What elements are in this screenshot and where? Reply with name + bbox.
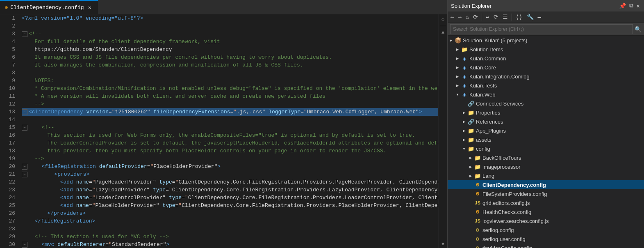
tree-item-serilog-user-config[interactable]: ⚙serilog.user.config <box>448 234 644 243</box>
tree-item-kulan-web[interactable]: ▼◈Kulan.Web <box>448 90 644 99</box>
js-icon: JS <box>474 199 481 207</box>
tree-item-kulan-core[interactable]: ▶◈Kulan.Core <box>448 63 644 72</box>
collapse-icon[interactable]: − <box>22 125 27 131</box>
expand-arrow[interactable]: ▶ <box>461 118 467 125</box>
tree-item-solution-items[interactable]: ▶📁Solution Items <box>448 45 644 54</box>
tree-item-health-checks-config[interactable]: ⚙HealthChecks.config <box>448 207 644 216</box>
tree-item-filesystem-providers-config[interactable]: ⚙FileSystemProviders.config <box>448 189 644 198</box>
tree-item-assets[interactable]: ▶📁assets <box>448 135 644 144</box>
collapse-all-button[interactable]: ⟳ <box>492 13 500 21</box>
expand-arrow[interactable] <box>467 236 474 242</box>
collapse-icon[interactable]: − <box>22 242 27 248</box>
collapse-icon[interactable]: − <box>22 109 27 115</box>
line-number: 30 <box>2 241 15 248</box>
expand-arrow[interactable]: ▶ <box>454 82 461 89</box>
tree-item-label: ClientDependency.config <box>482 182 546 188</box>
line-number: 24 <box>2 194 15 202</box>
line-number: 3 <box>2 30 15 38</box>
refresh-button[interactable]: ↩ <box>485 13 490 21</box>
expand-arrow[interactable]: ▶ <box>461 127 467 134</box>
split-down-btn[interactable]: ⊕ <box>439 16 447 23</box>
tree-item-kulan-common[interactable]: ▶◈Kulan.Common <box>448 54 644 63</box>
tree-item-tinymce-config[interactable]: ⚙tinyMceConfig.config <box>448 243 644 248</box>
connected-icon: 🔗 <box>467 100 475 107</box>
expand-arrow[interactable]: ▶ <box>467 163 474 170</box>
filter-button[interactable]: ⟨⟩ <box>514 13 524 21</box>
line-number: 22 <box>2 178 15 186</box>
expand-arrow[interactable] <box>467 200 474 206</box>
folder-icon: 📁 <box>474 163 481 170</box>
expand-arrow[interactable]: ▶ <box>454 46 461 53</box>
home-button[interactable]: ⌂ <box>464 13 470 21</box>
config-icon: ⚙ <box>474 235 481 243</box>
collapse-icon[interactable]: − <box>22 164 27 170</box>
tree-item-client-dependency-config[interactable]: ⚙ClientDependency.config <box>448 180 644 189</box>
collapse-icon[interactable]: − <box>22 31 27 37</box>
search-input[interactable] <box>450 24 633 34</box>
tree-item-label: Solution 'Kulan' (5 projects) <box>463 37 527 44</box>
line-number: 15 <box>2 124 15 131</box>
tree-item-references[interactable]: ▶🔗References <box>448 117 644 126</box>
project-icon: ◈ <box>461 73 468 80</box>
show-all-button[interactable]: ☰ <box>501 13 509 21</box>
tree-item-solution[interactable]: ▶📦Solution 'Kulan' (5 projects) <box>448 36 644 45</box>
expand-arrow[interactable] <box>461 100 467 107</box>
expand-arrow[interactable]: ▶ <box>454 73 461 80</box>
xml-icon: ⚙ <box>474 190 481 197</box>
tree-item-serilog-config[interactable]: ⚙serilog.config <box>448 225 644 234</box>
expand-arrow[interactable] <box>467 209 474 215</box>
expand-arrow[interactable]: ▶ <box>448 37 454 44</box>
expand-arrow[interactable]: ▶ <box>454 55 461 62</box>
pin-button[interactable]: 📌 <box>618 2 627 10</box>
se-toolbar: ← → ⌂ ⟳ ↩ ⟳ ☰ ⟨⟩ 🔧 — <box>448 11 644 23</box>
expand-arrow[interactable]: ▶ <box>454 64 461 71</box>
expand-arrow[interactable]: ▶ <box>461 109 467 116</box>
tree-item-label: Properties <box>476 110 500 116</box>
expand-arrow[interactable]: ▶ <box>461 136 467 143</box>
code-line: It also manages the combination, compres… <box>22 61 438 69</box>
expand-arrow[interactable] <box>467 245 474 248</box>
sync-button[interactable]: ⟳ <box>472 13 479 21</box>
minimize-button[interactable]: — <box>537 13 542 21</box>
settings-button[interactable]: 🔧 <box>526 13 535 21</box>
collapse-icon[interactable]: − <box>22 172 27 177</box>
scroll-up-btn[interactable]: ▲ <box>439 29 447 36</box>
tab-close-button[interactable]: ✕ <box>86 4 93 11</box>
tree-item-label: References <box>476 119 503 125</box>
expand-arrow[interactable]: ▶ <box>467 154 474 161</box>
tree-item-backoffice-tours[interactable]: ▶📁BackOfficeTours <box>448 153 644 162</box>
tree-item-kulan-integration[interactable]: ▶◈Kulan.Integration.Comlog <box>448 72 644 81</box>
code-line: −<!-- <box>22 30 438 38</box>
expand-arrow[interactable] <box>467 181 474 188</box>
tree-item-label: Connected Services <box>476 101 523 107</box>
code-content[interactable]: <?xml version="1.0" encoding="utf-8"?> −… <box>18 14 438 248</box>
tree-item-lang[interactable]: ▶📁Lang <box>448 171 644 180</box>
tree-item-logviewer-searches-config-js[interactable]: JSlogviewer.searches.config.js <box>448 216 644 225</box>
tree-item-connected-services[interactable]: 🔗Connected Services <box>448 99 644 108</box>
tree-item-label: Kulan.Integration.Comlog <box>469 73 530 80</box>
scroll-down-btn[interactable]: ▼ <box>439 241 447 248</box>
expand-arrow[interactable]: ▼ <box>454 91 461 98</box>
tree-item-grid-editors-config-js[interactable]: JSgrid.editors.config.js <box>448 198 644 207</box>
tree-item-app-plugins[interactable]: ▶📁App_Plugins <box>448 126 644 135</box>
tree-item-properties[interactable]: ▶📁Properties <box>448 108 644 117</box>
expand-arrow[interactable] <box>467 191 474 197</box>
folder-icon: 📁 <box>461 46 468 53</box>
close-panel-button[interactable]: ✕ <box>636 2 641 10</box>
tree-item-config[interactable]: ▼📁config <box>448 144 644 153</box>
tree-item-kulan-tests[interactable]: ▶◈Kulan.Tests <box>448 81 644 90</box>
forward-button[interactable]: → <box>457 13 462 21</box>
expand-arrow[interactable] <box>467 227 474 233</box>
expand-arrow[interactable]: ▼ <box>461 145 467 152</box>
tree-item-imageprocessor[interactable]: ▶📁imageprocessor <box>448 162 644 171</box>
code-line: </fileRegistration> <box>22 217 438 225</box>
maximize-button[interactable]: ⧉ <box>628 2 634 10</box>
back-button[interactable]: ← <box>449 13 455 21</box>
line-number: 7 <box>2 61 15 69</box>
tree-item-label: FileSystemProviders.config <box>482 191 547 197</box>
active-tab[interactable]: ⚙ ClientDependency.config ✕ <box>0 0 98 14</box>
solution-explorer-panel: Solution Explorer 📌 ⧉ ✕ ← → ⌂ ⟳ ↩ ⟳ ☰ ⟨⟩… <box>447 0 644 248</box>
expand-arrow[interactable]: ▶ <box>467 172 474 179</box>
expand-arrow[interactable] <box>467 218 474 224</box>
line-numbers: 1234567891011121314151617181920212223242… <box>0 14 18 248</box>
